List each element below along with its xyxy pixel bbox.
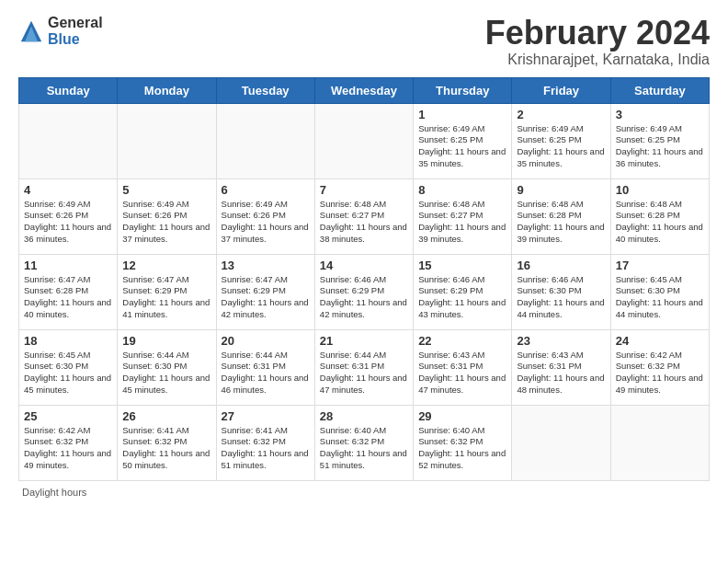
day-number: 18 bbox=[24, 334, 112, 348]
day-number: 25 bbox=[24, 409, 112, 423]
calendar-cell: 4Sunrise: 6:49 AM Sunset: 6:26 PM Daylig… bbox=[19, 178, 118, 254]
cell-info: Sunrise: 6:49 AM Sunset: 6:25 PM Dayligh… bbox=[616, 123, 704, 170]
calendar-cell: 24Sunrise: 6:42 AM Sunset: 6:32 PM Dayli… bbox=[610, 329, 709, 405]
cell-info: Sunrise: 6:47 AM Sunset: 6:29 PM Dayligh… bbox=[222, 274, 310, 321]
cell-info: Sunrise: 6:49 AM Sunset: 6:26 PM Dayligh… bbox=[24, 199, 112, 246]
day-number: 12 bbox=[122, 259, 210, 272]
calendar-week-3: 11Sunrise: 6:47 AM Sunset: 6:28 PM Dayli… bbox=[19, 254, 710, 329]
calendar-cell: 18Sunrise: 6:45 AM Sunset: 6:30 PM Dayli… bbox=[19, 329, 118, 405]
cell-info: Sunrise: 6:43 AM Sunset: 6:31 PM Dayligh… bbox=[418, 350, 506, 396]
day-header-monday: Monday bbox=[118, 77, 216, 103]
cell-info: Sunrise: 6:47 AM Sunset: 6:28 PM Dayligh… bbox=[24, 274, 112, 321]
calendar-week-2: 4Sunrise: 6:49 AM Sunset: 6:26 PM Daylig… bbox=[19, 178, 710, 254]
cell-info: Sunrise: 6:44 AM Sunset: 6:30 PM Dayligh… bbox=[122, 350, 210, 396]
cell-info: Sunrise: 6:46 AM Sunset: 6:29 PM Dayligh… bbox=[320, 274, 408, 321]
cell-info: Sunrise: 6:48 AM Sunset: 6:27 PM Dayligh… bbox=[320, 199, 408, 246]
logo-blue-text: Blue bbox=[48, 31, 103, 48]
cell-info: Sunrise: 6:49 AM Sunset: 6:26 PM Dayligh… bbox=[122, 199, 210, 246]
calendar-cell: 6Sunrise: 6:49 AM Sunset: 6:26 PM Daylig… bbox=[216, 178, 314, 254]
cell-info: Sunrise: 6:49 AM Sunset: 6:25 PM Dayligh… bbox=[517, 123, 605, 170]
calendar-cell bbox=[216, 103, 314, 178]
day-number: 22 bbox=[418, 334, 506, 348]
calendar-cell: 2Sunrise: 6:49 AM Sunset: 6:25 PM Daylig… bbox=[512, 103, 610, 178]
calendar-body: 1Sunrise: 6:49 AM Sunset: 6:25 PM Daylig… bbox=[19, 103, 710, 480]
day-number: 4 bbox=[24, 183, 112, 197]
calendar-cell: 14Sunrise: 6:46 AM Sunset: 6:29 PM Dayli… bbox=[314, 254, 413, 329]
calendar-cell: 28Sunrise: 6:40 AM Sunset: 6:32 PM Dayli… bbox=[314, 405, 413, 480]
day-number: 26 bbox=[122, 409, 210, 423]
cell-info: Sunrise: 6:41 AM Sunset: 6:32 PM Dayligh… bbox=[122, 425, 210, 472]
calendar-cell: 21Sunrise: 6:44 AM Sunset: 6:31 PM Dayli… bbox=[314, 329, 413, 405]
calendar-cell: 11Sunrise: 6:47 AM Sunset: 6:28 PM Dayli… bbox=[19, 254, 118, 329]
calendar-cell: 8Sunrise: 6:48 AM Sunset: 6:27 PM Daylig… bbox=[414, 178, 512, 254]
calendar-cell bbox=[610, 405, 709, 480]
day-header-wednesday: Wednesday bbox=[314, 77, 413, 103]
calendar-cell: 15Sunrise: 6:46 AM Sunset: 6:29 PM Dayli… bbox=[414, 254, 512, 329]
calendar-cell: 20Sunrise: 6:44 AM Sunset: 6:31 PM Dayli… bbox=[216, 329, 314, 405]
calendar-week-4: 18Sunrise: 6:45 AM Sunset: 6:30 PM Dayli… bbox=[19, 329, 710, 405]
calendar-cell: 16Sunrise: 6:46 AM Sunset: 6:30 PM Dayli… bbox=[512, 254, 610, 329]
day-number: 6 bbox=[222, 183, 310, 197]
calendar-cell: 17Sunrise: 6:45 AM Sunset: 6:30 PM Dayli… bbox=[610, 254, 709, 329]
title-area: February 2024 Krishnarajpet, Karnataka, … bbox=[485, 15, 710, 68]
day-number: 8 bbox=[418, 183, 506, 197]
day-number: 16 bbox=[517, 259, 605, 272]
cell-info: Sunrise: 6:42 AM Sunset: 6:32 PM Dayligh… bbox=[616, 350, 704, 396]
calendar-cell: 7Sunrise: 6:48 AM Sunset: 6:27 PM Daylig… bbox=[314, 178, 413, 254]
calendar-cell: 13Sunrise: 6:47 AM Sunset: 6:29 PM Dayli… bbox=[216, 254, 314, 329]
calendar-cell bbox=[118, 103, 216, 178]
day-number: 14 bbox=[320, 259, 408, 272]
day-header-friday: Friday bbox=[512, 77, 610, 103]
day-number: 29 bbox=[418, 409, 506, 423]
day-number: 27 bbox=[222, 409, 310, 423]
cell-info: Sunrise: 6:40 AM Sunset: 6:32 PM Dayligh… bbox=[418, 425, 506, 472]
day-number: 10 bbox=[616, 183, 704, 197]
day-number: 9 bbox=[517, 183, 605, 197]
day-number: 7 bbox=[320, 183, 408, 197]
calendar-cell bbox=[314, 103, 413, 178]
cell-info: Sunrise: 6:49 AM Sunset: 6:26 PM Dayligh… bbox=[222, 199, 310, 246]
calendar-week-5: 25Sunrise: 6:42 AM Sunset: 6:32 PM Dayli… bbox=[19, 405, 710, 480]
logo: General Blue bbox=[18, 15, 103, 47]
day-header-tuesday: Tuesday bbox=[216, 77, 314, 103]
calendar-cell: 9Sunrise: 6:48 AM Sunset: 6:28 PM Daylig… bbox=[512, 178, 610, 254]
calendar-header-row: SundayMondayTuesdayWednesdayThursdayFrid… bbox=[19, 77, 710, 103]
day-number: 1 bbox=[418, 108, 506, 121]
cell-info: Sunrise: 6:45 AM Sunset: 6:30 PM Dayligh… bbox=[616, 274, 704, 321]
day-number: 28 bbox=[320, 409, 408, 423]
calendar-cell: 1Sunrise: 6:49 AM Sunset: 6:25 PM Daylig… bbox=[414, 103, 512, 178]
cell-info: Sunrise: 6:41 AM Sunset: 6:32 PM Dayligh… bbox=[222, 425, 310, 472]
cell-info: Sunrise: 6:42 AM Sunset: 6:32 PM Dayligh… bbox=[24, 425, 112, 472]
cell-info: Sunrise: 6:44 AM Sunset: 6:31 PM Dayligh… bbox=[222, 350, 310, 396]
calendar-cell: 25Sunrise: 6:42 AM Sunset: 6:32 PM Dayli… bbox=[19, 405, 118, 480]
day-number: 20 bbox=[222, 334, 310, 348]
calendar-cell: 27Sunrise: 6:41 AM Sunset: 6:32 PM Dayli… bbox=[216, 405, 314, 480]
cell-info: Sunrise: 6:48 AM Sunset: 6:28 PM Dayligh… bbox=[616, 199, 704, 246]
day-number: 19 bbox=[122, 334, 210, 348]
day-number: 13 bbox=[222, 259, 310, 272]
calendar-cell: 12Sunrise: 6:47 AM Sunset: 6:29 PM Dayli… bbox=[118, 254, 216, 329]
day-number: 23 bbox=[517, 334, 605, 348]
cell-info: Sunrise: 6:49 AM Sunset: 6:25 PM Dayligh… bbox=[418, 123, 506, 170]
cell-info: Sunrise: 6:45 AM Sunset: 6:30 PM Dayligh… bbox=[24, 350, 112, 396]
day-number: 21 bbox=[320, 334, 408, 348]
location-title: Krishnarajpet, Karnataka, India bbox=[485, 52, 710, 68]
day-number: 11 bbox=[24, 259, 112, 272]
day-number: 15 bbox=[418, 259, 506, 272]
cell-info: Sunrise: 6:48 AM Sunset: 6:28 PM Dayligh… bbox=[517, 199, 605, 246]
day-number: 5 bbox=[122, 183, 210, 197]
page: General Blue February 2024 Krishnarajpet… bbox=[0, 0, 728, 507]
cell-info: Sunrise: 6:46 AM Sunset: 6:30 PM Dayligh… bbox=[517, 274, 605, 321]
logo-text: General Blue bbox=[48, 15, 103, 47]
calendar-cell: 3Sunrise: 6:49 AM Sunset: 6:25 PM Daylig… bbox=[610, 103, 709, 178]
calendar-cell: 22Sunrise: 6:43 AM Sunset: 6:31 PM Dayli… bbox=[414, 329, 512, 405]
month-title: February 2024 bbox=[485, 15, 710, 52]
calendar-table: SundayMondayTuesdayWednesdayThursdayFrid… bbox=[18, 77, 710, 481]
day-number: 24 bbox=[616, 334, 704, 348]
cell-info: Sunrise: 6:48 AM Sunset: 6:27 PM Dayligh… bbox=[418, 199, 506, 246]
calendar-cell bbox=[19, 103, 118, 178]
calendar-cell: 10Sunrise: 6:48 AM Sunset: 6:28 PM Dayli… bbox=[610, 178, 709, 254]
header: General Blue February 2024 Krishnarajpet… bbox=[18, 15, 710, 68]
calendar-cell: 29Sunrise: 6:40 AM Sunset: 6:32 PM Dayli… bbox=[414, 405, 512, 480]
day-number: 17 bbox=[616, 259, 704, 272]
